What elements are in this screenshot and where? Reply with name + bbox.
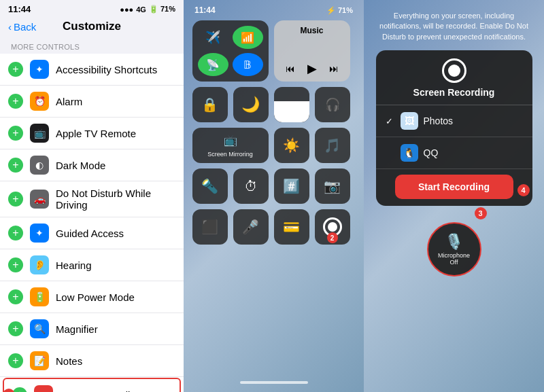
item-icon-low-power: 🔋	[30, 287, 49, 306]
add-button-guided-access[interactable]: +	[8, 226, 23, 240]
checkmark-icon: ✓	[386, 116, 396, 126]
brightness2-btn[interactable]: ☀️	[274, 128, 309, 163]
card-btn[interactable]: 💳	[274, 209, 309, 245]
start-btn-wrapper: Start Recording 4	[386, 175, 523, 206]
battery-pct: ⚡ 71%	[326, 6, 353, 15]
next-track-icon[interactable]: ⏭	[329, 63, 339, 74]
screen-record-btn[interactable]: 2	[315, 209, 350, 245]
back-button[interactable]: ‹ Back	[8, 21, 36, 33]
add-button-hearing[interactable]: +	[8, 257, 23, 272]
item-icon-screen-recording: ⏺	[34, 385, 53, 392]
list-item-dark-mode[interactable]: +◐Dark Mode	[0, 149, 184, 181]
item-icon-accessibility: ✦	[30, 60, 49, 79]
right-panel: Everything on your screen, including not…	[364, 0, 544, 392]
nav-bar: ‹ Back Customize	[0, 17, 184, 37]
bluetooth-btn[interactable]: 𝔹	[233, 53, 263, 76]
list-item-accessibility[interactable]: +✦Accessibility Shortcuts	[0, 54, 184, 86]
network-type: 4G	[136, 5, 146, 14]
item-label-magnifier: Magnifier	[56, 323, 98, 335]
microphone-label: Microphone	[438, 252, 470, 259]
brightness-fill	[274, 101, 309, 122]
microphone-button[interactable]: 🎙️ Microphone Off	[427, 222, 481, 277]
sound-btn[interactable]: 🎤	[233, 209, 269, 245]
headphones-btn[interactable]: 🎧	[315, 87, 350, 122]
add-button-accessibility[interactable]: +	[8, 62, 23, 77]
mic-btn-wrapper: 🎙️ Microphone Off 3	[427, 213, 481, 277]
add-button-do-not-disturb[interactable]: +	[8, 192, 23, 207]
cc-top-row: ✈️ 📶 📡 𝔹 Music ⏮ ▶ ⏭	[192, 20, 356, 82]
item-icon-alarm: ⏰	[30, 92, 49, 111]
phone-time: 11:44	[194, 5, 216, 15]
home-bar[interactable]	[240, 381, 308, 384]
list-item-guided-access[interactable]: +✦Guided Access	[0, 217, 184, 249]
headphones2-btn[interactable]: 🎵	[315, 128, 350, 163]
play-icon[interactable]: ▶	[307, 61, 317, 76]
flashlight-btn[interactable]: 🔦	[192, 168, 228, 204]
add-button-magnifier[interactable]: +	[8, 321, 23, 336]
item-label-low-power: Low Power Mode	[56, 291, 135, 303]
qr-btn[interactable]: ⬛	[192, 209, 228, 245]
add-button-alarm[interactable]: +	[8, 94, 23, 109]
item-icon-do-not-disturb: 🚗	[30, 190, 49, 209]
add-button-dark-mode[interactable]: +	[8, 158, 23, 173]
brightness-slider[interactable]	[274, 87, 309, 122]
screen-mirror-btn[interactable]: 📺 Screen Mirroring	[192, 128, 269, 163]
item-icon-dark-mode: ◐	[30, 156, 49, 175]
item-label-notes: Notes	[56, 355, 82, 367]
wifi-btn[interactable]: 📶	[233, 26, 263, 49]
list-item-screen-recording[interactable]: 1+⏺Screen Recording	[3, 378, 181, 392]
screen-mirror-icon: 📺	[224, 134, 237, 147]
item-icon-notes: 📝	[30, 351, 49, 370]
cellular-btn[interactable]: 📡	[198, 53, 228, 76]
section-label: MORE CONTROLS	[0, 37, 184, 54]
timer-btn[interactable]: ⏱	[233, 168, 269, 204]
item-label-do-not-disturb: Do Not Disturb While Driving	[56, 188, 175, 211]
mic-off-label: Off	[450, 259, 458, 266]
add-button-screen-recording[interactable]: +	[12, 387, 27, 392]
popup-option-qq[interactable]: 🐧 QQ	[376, 137, 532, 169]
middle-panel: 11:44 ⚡ 71% ✈️ 📶 📡 𝔹 Music ⏮ ▶ ⏭	[184, 0, 364, 392]
camera-btn[interactable]: 📷	[315, 168, 350, 204]
item-icon-guided-access: ✦	[30, 224, 49, 243]
airplane-btn[interactable]: ✈️	[198, 26, 228, 49]
popup-option-photos[interactable]: ✓ 🖼 Photos	[376, 105, 532, 137]
list-item-notes[interactable]: +📝Notes	[0, 345, 184, 377]
screen-mirror-label: Screen Mirroring	[207, 151, 253, 158]
add-button-notes[interactable]: +	[8, 353, 23, 368]
label-4: 4	[517, 184, 530, 196]
left-panel: 11:44 ●●● 4G 🔋 71% ‹ Back Customize MORE…	[0, 0, 184, 392]
cc-row3: 📺 Screen Mirroring ☀️ 🎵	[192, 128, 356, 163]
item-icon-apple-tv-remote: 📺	[30, 124, 49, 143]
list-item-low-power[interactable]: +🔋Low Power Mode	[0, 281, 184, 313]
item-label-screen-recording: Screen Recording	[60, 389, 141, 393]
moon-btn[interactable]: 🌙	[233, 87, 269, 122]
music-controls: ⏮ ▶ ⏭	[279, 61, 345, 76]
qq-label: QQ	[424, 147, 439, 158]
cc-row4: 🔦 ⏱ #️⃣ 📷	[192, 168, 356, 204]
list-item-hearing[interactable]: +👂Hearing	[0, 249, 184, 281]
list-item-magnifier[interactable]: +🔍Magnifier	[0, 313, 184, 345]
page-title: Customize	[63, 20, 121, 33]
list-item-do-not-disturb[interactable]: +🚗Do Not Disturb While Driving	[0, 181, 184, 217]
portrait-lock-btn[interactable]: 🔒	[192, 87, 228, 122]
item-label-hearing: Hearing	[56, 260, 92, 271]
item-label-guided-access: Guided Access	[56, 228, 124, 239]
photos-icon: 🖼	[401, 112, 418, 130]
add-button-low-power[interactable]: +	[8, 289, 23, 304]
cc-music-tile[interactable]: Music ⏮ ▶ ⏭	[274, 20, 350, 82]
list-item-alarm[interactable]: +⏰Alarm	[0, 86, 184, 118]
list-item-apple-tv-remote[interactable]: +📺Apple TV Remote	[0, 118, 184, 149]
chevron-left-icon: ‹	[8, 21, 12, 33]
record-dot	[328, 222, 337, 232]
popup-header: Screen Recording	[376, 58, 532, 105]
cc-row4b: ⬛ 🎤 💳 2	[192, 209, 356, 245]
photos-label: Photos	[424, 115, 454, 126]
rec-inner-dot	[448, 65, 460, 77]
start-recording-button[interactable]: Start Recording	[395, 175, 513, 199]
phone-battery: ⚡ 71%	[326, 6, 353, 15]
status-right: ●●● 4G 🔋 71%	[120, 5, 175, 14]
calculator-btn[interactable]: #️⃣	[274, 168, 309, 204]
add-button-apple-tv-remote[interactable]: +	[8, 126, 23, 141]
status-bar: 11:44 ●●● 4G 🔋 71%	[0, 0, 184, 17]
prev-track-icon[interactable]: ⏮	[286, 63, 295, 74]
